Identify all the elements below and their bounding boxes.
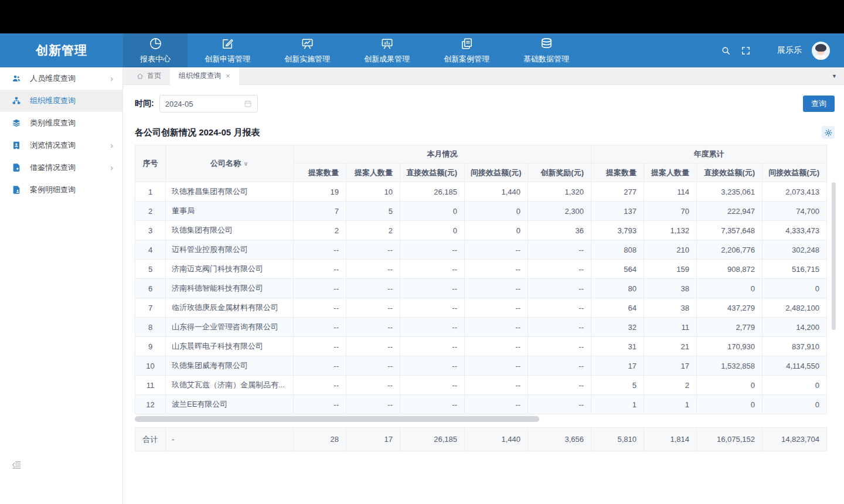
cell-year-value: 516,715 <box>763 260 827 279</box>
pie-chart-icon <box>149 37 162 52</box>
username[interactable]: 展乐乐 <box>777 45 802 56</box>
cell-month-value: -- <box>294 337 346 356</box>
cell-month-value: 1,440 <box>465 182 528 202</box>
cell-month-value: -- <box>528 395 591 414</box>
cell-year-value: 222,947 <box>697 202 763 221</box>
cell-company: 迈科管业控股有限公司 <box>166 240 294 260</box>
cell-year-value: 3,235,061 <box>697 182 763 202</box>
cell-month-value: 2 <box>294 221 346 240</box>
nav-label: 创新申请管理 <box>205 54 250 64</box>
horizontal-scrollbar <box>135 416 826 422</box>
cell-month-value: -- <box>400 337 465 356</box>
cell-year-value: 1 <box>644 395 697 414</box>
cell-month-value: -- <box>294 298 346 318</box>
search-icon[interactable] <box>721 46 731 56</box>
nav-label: 创新实施管理 <box>284 54 330 64</box>
cell-year-value: 908,872 <box>697 260 763 279</box>
report-title-row: 各公司创新情况 2024-05 月报表 <box>135 126 835 139</box>
query-button[interactable]: 查询 <box>803 96 835 112</box>
tab-overflow-icon[interactable]: ▼ <box>832 67 837 85</box>
cell-year-value: 5 <box>591 376 644 395</box>
cell-year-value: 437,279 <box>697 298 763 318</box>
nav-item-innovation-case[interactable]: 创新案例管理 <box>427 33 506 67</box>
table-area: 序号 公司名称∨ 本月情况 年度累计 提案数量 提案人数量 直接效益额(元) <box>135 145 826 451</box>
app-header: 创新管理 报表中心 创新申请管理 创新实施管理 创新成果管理 创新案例管理 <box>0 33 844 67</box>
nav-item-report-center[interactable]: 报表中心 <box>123 33 188 67</box>
sidebar-item-org-dimension[interactable]: 组织维度查询 <box>0 90 122 112</box>
sidebar-item-case-detail[interactable]: 案例明细查询 <box>0 179 122 201</box>
nav-item-innovation-implement[interactable]: 创新实施管理 <box>267 33 347 67</box>
cell-company: 玖德集团威海有限公司 <box>166 356 294 376</box>
col-header: 直接效益额(元) <box>400 164 465 182</box>
cell-month-value: -- <box>400 240 465 260</box>
sidebar-item-category-dimension[interactable]: 类别维度查询 <box>0 112 122 134</box>
table-row: 6济南科德智能科技有限公司----------803800 <box>135 279 827 298</box>
cell-month-value: -- <box>465 356 528 376</box>
col-header: 提案人数量 <box>644 164 697 182</box>
cell-month-value: -- <box>294 240 346 260</box>
table-row: 1玖德雅昌集团有限公司191026,1851,4401,3202771143,2… <box>135 182 827 202</box>
filter-row: 时间: 2024-05 查询 <box>135 95 835 113</box>
cell-month-value: 1,320 <box>528 182 591 202</box>
tab-home[interactable]: 首页 <box>128 67 170 84</box>
cell-index: 1 <box>135 182 166 202</box>
nav-item-innovation-apply[interactable]: 创新申请管理 <box>188 33 267 67</box>
people-icon <box>12 74 21 83</box>
total-row: 合计 - 28 17 26,185 1,440 3,656 5,810 1,81… <box>135 428 827 451</box>
cell-year-value: 0 <box>763 376 827 395</box>
table-row: 4迈科管业控股有限公司----------8082102,206,776302,… <box>135 240 827 260</box>
close-icon[interactable]: × <box>226 71 230 80</box>
nav-item-base-data[interactable]: 基础数据管理 <box>506 33 586 67</box>
sidebar-item-browse-status[interactable]: 浏览情况查询 › <box>0 134 122 156</box>
cell-month-value: -- <box>465 240 528 260</box>
cell-month-value: -- <box>294 279 346 298</box>
sort-caret-icon: ∨ <box>243 160 249 167</box>
cell-year-value: 74,700 <box>763 202 827 221</box>
table-row: 8山东得一企业管理咨询有限公司----------32112,77914,200 <box>135 318 827 337</box>
nav-item-innovation-achievement[interactable]: 创新成果管理 <box>347 33 427 67</box>
gear-icon[interactable] <box>822 126 835 139</box>
cell-company: 山东得一企业管理咨询有限公司 <box>166 318 294 337</box>
cell-month-value: -- <box>465 376 528 395</box>
horizontal-scrollbar-thumb[interactable] <box>135 416 539 422</box>
fullscreen-icon[interactable] <box>741 46 751 56</box>
cell-year-value: 564 <box>591 260 644 279</box>
col-header-company[interactable]: 公司名称∨ <box>166 145 294 182</box>
avatar[interactable] <box>812 42 830 60</box>
col-header: 间接效益额(元) <box>763 164 827 182</box>
cell-month-value: 2,300 <box>528 202 591 221</box>
total-cell: 26,185 <box>400 428 465 451</box>
table-row: 10玖德集团威海有限公司----------17171,532,8584,114… <box>135 356 827 376</box>
cell-month-value: 0 <box>465 221 528 240</box>
sidebar: 人员维度查询 › 组织维度查询 类别维度查询 浏览情况查询 › 借鉴情况查询 › <box>0 67 123 504</box>
cell-company: 山东晨晖电子科技有限公司 <box>166 337 294 356</box>
cell-month-value: -- <box>346 279 400 298</box>
cell-month-value: -- <box>294 260 346 279</box>
cell-month-value: -- <box>465 318 528 337</box>
sidebar-item-reference-status[interactable]: 借鉴情况查询 › <box>0 156 122 179</box>
cell-month-value: -- <box>528 260 591 279</box>
cell-company: 玖德集团有限公司 <box>166 221 294 240</box>
group-header-year: 年度累计 <box>591 145 827 164</box>
tab-org-dimension[interactable]: 组织维度查询 × <box>170 67 239 85</box>
nav-label: 创新案例管理 <box>444 54 489 64</box>
table-row: 9山东晨晖电子科技有限公司----------3121170,930837,91… <box>135 337 827 356</box>
cell-month-value: -- <box>400 318 465 337</box>
cell-index: 7 <box>135 298 166 318</box>
cell-index: 8 <box>135 318 166 337</box>
cell-year-value: 3,793 <box>591 221 644 240</box>
cell-year-value: 302,248 <box>763 240 827 260</box>
cell-year-value: 1 <box>591 395 644 414</box>
cell-month-value: -- <box>294 395 346 414</box>
sidebar-collapse-icon[interactable] <box>12 460 22 472</box>
tab-label: 首页 <box>147 71 161 81</box>
badge-icon <box>12 141 21 150</box>
cell-month-value: -- <box>346 298 400 318</box>
time-input[interactable]: 2024-05 <box>159 95 258 113</box>
cell-company: 临沂玫德庚辰金属材料有限公司 <box>166 298 294 318</box>
vertical-scrollbar-thumb[interactable] <box>832 182 836 330</box>
sidebar-item-person-dimension[interactable]: 人员维度查询 › <box>0 67 122 90</box>
nav-label: 基础数据管理 <box>523 54 569 64</box>
cell-year-value: 0 <box>697 279 763 298</box>
cell-index: 5 <box>135 260 166 279</box>
